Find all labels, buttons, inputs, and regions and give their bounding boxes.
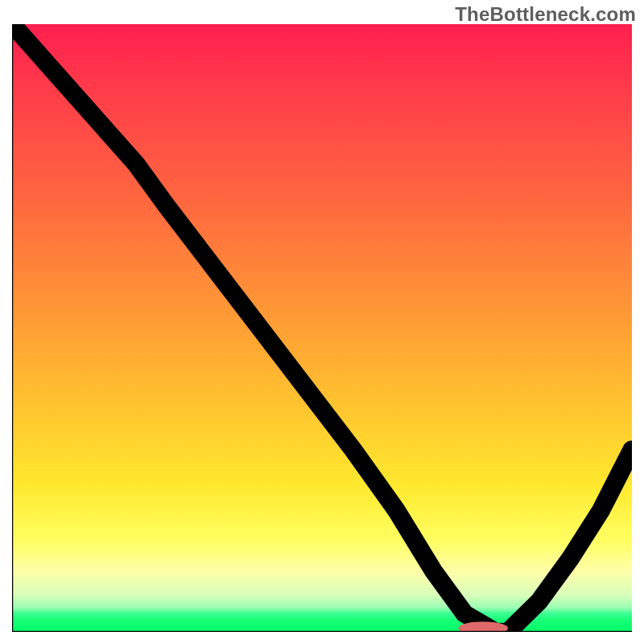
- chart-svg: [12, 24, 632, 632]
- chart-container: TheBottleneck.com: [0, 0, 644, 644]
- plot-area: [12, 24, 632, 632]
- bottleneck-curve: [12, 24, 632, 632]
- watermark-text: TheBottleneck.com: [455, 3, 636, 26]
